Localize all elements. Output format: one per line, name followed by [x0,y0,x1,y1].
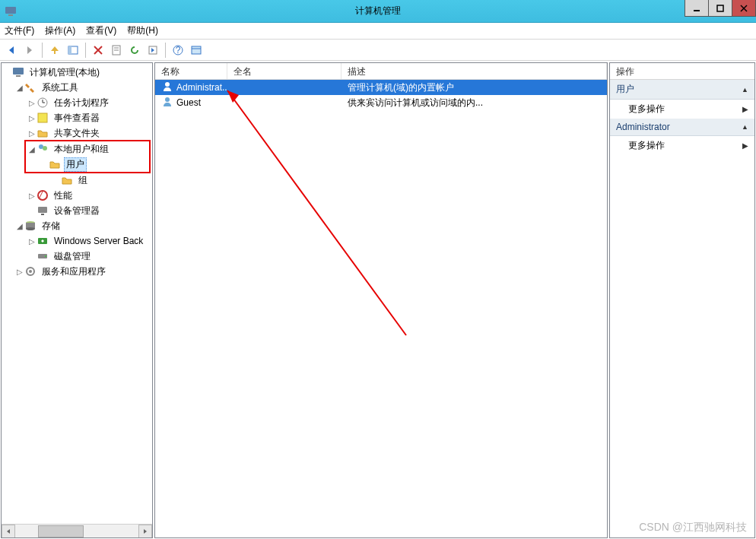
minimize-button[interactable] [685,0,709,17]
twisty-icon[interactable]: ▷ [27,129,37,138]
user-icon [161,96,173,110]
titlebar: 计算机管理 [0,0,756,23]
column-fullname[interactable]: 全名 [227,63,341,79]
list-row[interactable]: Guest 供来宾访问计算机或访问域的内... [155,95,607,110]
services-icon [24,265,37,277]
action-section-administrator[interactable]: Administrator ▲ [610,119,754,136]
window-title: 计算机管理 [0,5,756,17]
disk-icon [37,250,49,262]
refresh-button[interactable] [126,42,143,59]
tree-label: 计算机管理(本地) [27,65,102,80]
annotation-red-arrow [155,63,608,443]
menu-file[interactable]: 文件(F) [5,24,34,37]
scroll-track[interactable] [15,525,138,538]
tree-storage[interactable]: ◢ 存储 [14,218,152,233]
menu-action[interactable]: 操作(A) [45,24,75,37]
svg-rect-21 [13,68,24,75]
tree-label: Windows Server Back [52,235,145,247]
action-section-users[interactable]: 用户 ▲ [610,80,754,100]
tree-label: 任务计划程序 [52,96,111,110]
tree-services-apps[interactable]: ▷ 服务和应用程序 [14,264,152,279]
tree-label: 事件查看器 [52,111,102,125]
device-icon [37,205,49,217]
cell-text: Guest [176,97,201,108]
svg-marker-7 [27,46,32,54]
tree-task-scheduler[interactable]: ▷ 任务计划程序 [26,95,152,110]
properties-button[interactable] [108,42,125,59]
action-more-users[interactable]: 更多操作 ▶ [610,100,754,119]
tree-label: 共享文件夹 [52,126,102,141]
maximize-button[interactable] [708,0,732,17]
scroll-thumb[interactable] [38,525,84,537]
annotation-red-box: ◢ 本地用户和组 用户 [24,140,151,173]
svg-text:?: ? [176,45,181,55]
tree-label: 系统工具 [40,81,81,95]
tree-disk-management[interactable]: 磁盘管理 [26,249,152,264]
twisty-icon[interactable]: ▷ [27,99,37,107]
scroll-left-button[interactable] [2,525,15,538]
svg-rect-9 [68,46,71,54]
collapse-icon[interactable]: ▲ [742,123,748,131]
close-button[interactable] [732,0,756,17]
view-button[interactable] [188,42,205,59]
scroll-right-button[interactable] [138,525,152,538]
tree-root[interactable]: 计算机管理(本地) [2,65,152,80]
twisty-icon[interactable]: ▷ [27,114,37,122]
toolbar-separator [85,43,86,58]
tree-label: 设备管理器 [52,204,102,218]
tree-users[interactable]: 用户 [38,157,149,172]
action-more-administrator[interactable]: 更多操作 ▶ [610,136,754,155]
column-description[interactable]: 描述 [341,63,607,79]
svg-rect-3 [717,5,723,11]
svg-marker-42 [144,529,147,534]
twisty-icon[interactable]: ▷ [27,192,37,200]
console-tree[interactable]: 计算机管理(本地) ◢ 系统工具 ▷ 任务计划程序 [2,63,152,281]
twisty-icon[interactable]: ▷ [15,268,24,276]
twisty-icon[interactable]: ◢ [15,84,24,92]
delete-button[interactable] [90,42,106,59]
event-icon [37,112,49,124]
twisty-icon[interactable]: ◢ [27,145,37,154]
forward-button[interactable] [21,42,38,59]
tree-windows-server-backup[interactable]: ▷ Windows Server Back [26,233,152,249]
column-name[interactable]: 名称 [155,63,227,79]
tree-label: 组 [76,173,90,188]
submenu-arrow-icon: ▶ [742,105,748,113]
menu-help[interactable]: 帮助(H) [127,24,158,37]
section-title-text: 用户 [616,83,634,96]
list-row[interactable]: Administrat... 管理计算机(域)的内置帐户 [155,80,607,95]
export-button[interactable] [145,42,161,59]
tree-performance[interactable]: ▷ 性能 [26,188,152,203]
toolbar-separator [42,43,43,58]
svg-rect-19 [192,46,201,54]
up-button[interactable] [46,42,63,59]
action-label: 更多操作 [628,103,665,116]
tree-groups[interactable]: 组 [50,173,152,188]
svg-rect-26 [38,113,47,122]
tree-system-tools[interactable]: ◢ 系统工具 [14,80,152,95]
tree-label: 本地用户和组 [52,142,111,157]
svg-marker-41 [7,529,10,534]
tree-device-manager[interactable]: 设备管理器 [26,203,152,218]
performance-icon [37,189,49,201]
twisty-icon[interactable]: ▷ [27,237,37,246]
menu-view[interactable]: 查看(V) [86,24,116,37]
show-hide-button[interactable] [65,42,81,59]
cell-name: Guest [155,96,227,110]
tree-local-users-groups[interactable]: ◢ 本地用户和组 [26,141,149,157]
tree-horizontal-scrollbar[interactable] [2,524,152,537]
svg-marker-6 [9,46,14,54]
tree-shared-folders[interactable]: ▷ 共享文件夹 [26,125,152,141]
twisty-icon[interactable]: ◢ [15,222,24,230]
back-button[interactable] [3,42,20,59]
svg-point-35 [26,227,35,230]
cell-name: Administrat... [155,81,227,95]
svg-rect-22 [16,75,21,77]
user-icon [161,81,173,95]
svg-rect-0 [5,7,16,14]
collapse-icon[interactable]: ▲ [742,86,748,94]
tree-pane: 计算机管理(本地) ◢ 系统工具 ▷ 任务计划程序 [1,62,153,538]
cell-text: Administrat... [176,82,227,93]
tree-event-viewer[interactable]: ▷ 事件查看器 [26,110,152,125]
help-button[interactable]: ? [170,42,186,59]
